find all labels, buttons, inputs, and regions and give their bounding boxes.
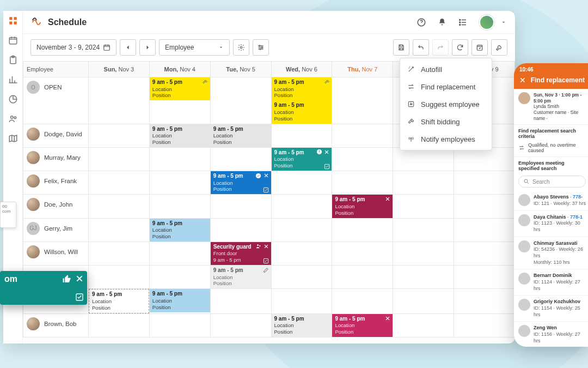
schedule-cell[interactable] — [271, 266, 332, 289]
schedule-cell[interactable] — [454, 266, 515, 289]
menu-autofill[interactable]: Autofill — [400, 61, 492, 78]
mobile-close-icon[interactable]: ✕ — [519, 76, 526, 85]
schedule-cell[interactable]: 9 am - 5 pmLocationPosition — [149, 77, 210, 124]
schedule-cell[interactable]: 9 am - 5 pmLocationPosition — [332, 195, 393, 218]
schedule-cell[interactable] — [393, 266, 454, 289]
schedule-cell[interactable] — [393, 147, 454, 171]
schedule-cell[interactable] — [332, 218, 393, 242]
schedule-cell[interactable] — [393, 195, 454, 218]
shift-block[interactable]: 9 am - 5 pmLocationPosition — [89, 289, 149, 313]
schedule-cell[interactable] — [454, 147, 515, 171]
schedule-cell[interactable]: 9 am - 5 pmLocationPosition — [149, 124, 210, 147]
schedule-cell[interactable] — [454, 313, 515, 337]
schedule-cell[interactable] — [271, 289, 332, 313]
schedule-cell[interactable] — [271, 171, 332, 195]
schedule-cell[interactable] — [210, 195, 271, 218]
shift-block[interactable]: 9 am - 5 pmLocationPosition — [211, 171, 271, 194]
schedule-cell[interactable] — [89, 77, 150, 124]
undo-button[interactable] — [413, 39, 429, 56]
shift-block[interactable]: 9 am - 5 pmLocationPosition — [211, 266, 271, 288]
schedule-cell[interactable] — [89, 218, 150, 242]
menu-suggest-employee[interactable]: Suggest employee — [400, 95, 492, 113]
schedule-cell[interactable] — [393, 289, 454, 313]
schedule-cell[interactable] — [454, 218, 515, 242]
employee-cell[interactable]: Brown, Bob — [23, 313, 89, 337]
candidate-item[interactable]: Daya Chitanis · 778-1 ID: 1123 · Weekly:… — [514, 211, 588, 237]
shift-block[interactable]: 9 am - 5 pmLocationPosition — [332, 314, 393, 337]
shift-block[interactable]: 9 am - 5 pmLocationPosition — [211, 124, 271, 147]
schedule-cell[interactable] — [332, 171, 393, 195]
schedule-cell[interactable]: 9 am - 5 pmLocationPosition — [149, 218, 210, 242]
schedule-cell[interactable] — [89, 147, 150, 171]
user-avatar[interactable] — [479, 15, 494, 30]
shift-block[interactable]: 9 am - 5 pmLocationPosition — [272, 100, 332, 123]
nav-piechart-icon[interactable] — [8, 94, 19, 105]
schedule-cell[interactable] — [210, 77, 271, 124]
employee-cell[interactable]: Doe, John — [23, 195, 89, 218]
employee-cell[interactable]: Murray, Mary — [23, 147, 89, 171]
employee-cell[interactable]: Felix, Frank — [23, 171, 89, 195]
shift-block[interactable]: 9 am - 5 pmLocationPosition — [150, 219, 210, 242]
schedule-cell[interactable] — [149, 195, 210, 218]
schedule-cell[interactable]: 9 am - 5 pmLocationPosition — [210, 124, 271, 147]
nav-people-icon[interactable] — [8, 113, 19, 124]
schedule-cell[interactable]: 9 am - 5 pmLocationPosition — [89, 289, 150, 313]
employee-cell[interactable]: Dodge, David — [23, 124, 89, 147]
schedule-cell[interactable] — [89, 124, 150, 147]
schedule-cell[interactable] — [332, 289, 393, 313]
schedule-cell[interactable] — [271, 218, 332, 242]
schedule-cell[interactable] — [210, 218, 271, 242]
schedule-cell[interactable] — [393, 313, 454, 337]
schedule-cell[interactable]: 9 am - 5 pmLocationPosition — [332, 313, 393, 337]
schedule-cell[interactable] — [210, 289, 271, 313]
schedule-cell[interactable] — [454, 289, 515, 313]
nav-analytics-icon[interactable] — [8, 74, 19, 85]
shift-block[interactable]: 9 am - 5 pmLocationPosition — [272, 77, 332, 100]
schedule-cell[interactable] — [149, 147, 210, 171]
bell-icon[interactable] — [434, 15, 450, 30]
filter-sliders-button[interactable] — [253, 39, 269, 56]
schedule-cell[interactable] — [89, 171, 150, 195]
schedule-cell[interactable] — [89, 195, 150, 218]
refresh-button[interactable] — [452, 39, 468, 56]
schedule-cell[interactable] — [149, 171, 210, 195]
schedule-cell[interactable] — [332, 242, 393, 265]
schedule-cell[interactable] — [454, 242, 515, 265]
shift-block[interactable]: 9 am - 5 pmLocationPosition — [150, 77, 210, 100]
menu-shift-bidding[interactable]: Shift bidding — [400, 113, 492, 130]
schedule-cell[interactable]: 9 am - 5 pmLocationPosition — [149, 289, 210, 313]
save-button[interactable] — [393, 39, 409, 56]
schedule-cell[interactable] — [89, 242, 150, 265]
schedule-cell[interactable] — [89, 266, 150, 289]
date-range-picker[interactable]: November 3 - 9, 2024 — [30, 39, 117, 56]
schedule-cell[interactable]: 9 am - 5 pmLocationPosition — [210, 171, 271, 195]
candidate-item[interactable]: Chinmay Sarasvati ID: 54236 · Weekly: 26… — [514, 237, 588, 270]
bulletlist-icon[interactable] — [455, 15, 470, 30]
schedule-cell[interactable] — [210, 313, 271, 337]
employee-cell[interactable]: Willson, Will — [23, 242, 89, 265]
schedule-cell[interactable] — [149, 242, 210, 265]
schedule-cell[interactable] — [210, 147, 271, 171]
schedule-cell[interactable]: 9 am - 5 pmLocationPosition — [271, 313, 332, 337]
publish-button[interactable] — [471, 39, 488, 56]
nav-calendar-icon[interactable] — [8, 35, 19, 46]
schedule-cell[interactable]: Security guardFront door9 am - 5 pm — [210, 242, 271, 265]
schedule-cell[interactable]: 9 am - 5 pmLocationPosition — [210, 266, 271, 289]
redo-button[interactable] — [432, 39, 449, 56]
schedule-cell[interactable]: 9 am - 5 pmLocationPosition — [271, 147, 332, 171]
avatar-caret-icon[interactable] — [500, 15, 507, 30]
help-icon[interactable] — [414, 15, 429, 30]
schedule-cell[interactable] — [149, 313, 210, 337]
schedule-cell[interactable] — [393, 171, 454, 195]
settings-gear-button[interactable] — [233, 39, 249, 56]
schedule-cell[interactable] — [332, 124, 393, 147]
viewby-dropdown[interactable]: Employee — [159, 39, 230, 56]
schedule-cell[interactable] — [332, 147, 393, 171]
candidate-item[interactable]: Abayo Stevens · 778- ID: 121 · Weekly: 3… — [514, 191, 588, 210]
close-icon[interactable] — [75, 274, 84, 284]
schedule-cell[interactable] — [393, 218, 454, 242]
schedule-cell[interactable]: 9 am - 5 pmLocationPosition 9 am - 5 pmL… — [271, 77, 332, 124]
mobile-search-input[interactable]: Search — [518, 176, 586, 188]
shift-block[interactable]: 9 am - 5 pmLocationPosition — [272, 314, 332, 337]
schedule-cell[interactable] — [149, 266, 210, 289]
